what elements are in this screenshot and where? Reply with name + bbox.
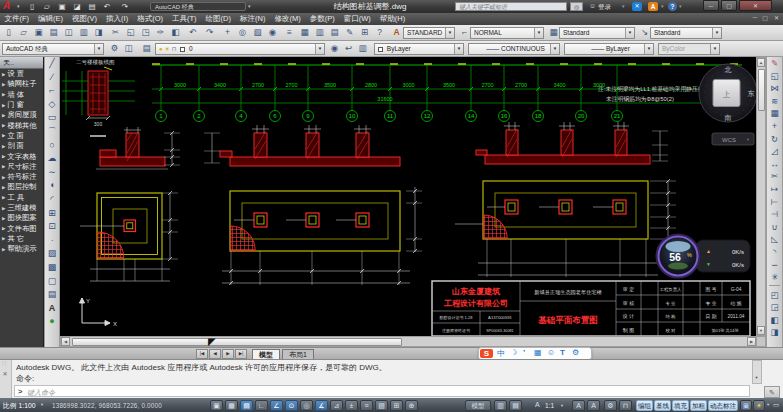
canvas-vertical-scrollbar[interactable]: ▲ ▼ (756, 57, 766, 336)
tool-palettes-icon[interactable]: ▥ (313, 26, 326, 39)
menu-format[interactable]: 格式(O) (133, 13, 168, 25)
palette-item-walls[interactable]: ▶墙 体 (0, 90, 43, 100)
multiline-text-icon[interactable]: A (45, 302, 59, 316)
move-icon[interactable]: + (767, 120, 782, 133)
signin-dropdown-icon[interactable]: ▾ (622, 3, 625, 9)
recent-commands-button[interactable]: ✎ (764, 386, 780, 398)
mdi-restore-button[interactable]: ▢ (762, 14, 768, 21)
expand-icon[interactable]: ▶ (2, 226, 5, 231)
toolbox-icon[interactable]: ⚙ (572, 348, 579, 357)
palette-item-section[interactable]: ▶剖 面 (0, 141, 43, 151)
toolbar-help-icon[interactable]: ? (373, 26, 386, 39)
bring-to-front-icon[interactable]: ◰ (767, 289, 782, 302)
line-icon[interactable]: ╱ (45, 57, 59, 71)
palette-item-3d-modeling[interactable]: ▶三维建模 (0, 203, 43, 213)
new-file-icon[interactable]: ▯ (2, 26, 15, 39)
tab-layout1[interactable]: 布局1 (282, 349, 314, 360)
expand-icon[interactable]: ▶ (2, 206, 5, 211)
qat-open-file-icon[interactable]: ▱ (41, 1, 53, 12)
command-grip[interactable]: ∷ ✕ (0, 360, 12, 399)
exchange-apps-icon[interactable]: ✕ (632, 2, 642, 11)
help-icon[interactable]: ? (668, 2, 677, 11)
sogou-logo-icon[interactable]: S (480, 349, 493, 358)
text-style-dropdown-icon[interactable]: ▼ (445, 28, 454, 38)
layer-lock-icon[interactable]: ⊓ (172, 46, 177, 52)
lineweight-combo[interactable]: —— ByLayer▼ (564, 43, 654, 55)
color-combo[interactable]: ByLayer ▼ (374, 43, 464, 55)
quick-view-drawings-icon[interactable]: ▤ (509, 400, 522, 411)
ellipse-icon[interactable]: ◖ (45, 179, 59, 193)
region-icon[interactable]: ▢ (45, 275, 59, 289)
zoom-window-icon[interactable]: ▧ (251, 26, 264, 39)
osnap-toggle[interactable]: ⊙ (285, 400, 298, 411)
menu-file[interactable]: 文件(F) (0, 13, 34, 25)
scroll-left-icon[interactable]: ◀ (61, 337, 70, 346)
bring-above-icon[interactable]: ◧ (767, 314, 782, 327)
polar-toggle[interactable]: ∠ (270, 400, 283, 411)
menu-window[interactable]: 窗口(W) (339, 13, 375, 25)
explode-icon[interactable]: ✳ (767, 271, 782, 284)
skin-icon[interactable]: T (560, 348, 565, 357)
point-icon[interactable]: ∙ (45, 234, 59, 248)
quick-properties-toggle[interactable]: ⊞ (390, 400, 403, 411)
gradient-icon[interactable]: ▩ (45, 261, 59, 275)
menu-help[interactable]: 帮助(H) (375, 13, 409, 25)
modify-copy-icon[interactable]: ◱ (767, 70, 782, 83)
workspace-settings-icon[interactable]: ⚙ (108, 42, 121, 55)
properties-icon[interactable]: ≡ (283, 26, 296, 39)
pan-icon[interactable]: + (221, 26, 234, 39)
menu-draw[interactable]: 绘图(D) (201, 13, 235, 25)
revision-cloud-icon[interactable]: ☁ (45, 152, 59, 166)
a360-dropdown-icon[interactable]: ▾ (661, 3, 664, 9)
text-style-combo[interactable]: STANDARD▼ (403, 27, 455, 39)
palette-item-symbol-annotation[interactable]: ▶符号标注 (0, 172, 43, 182)
markup-icon[interactable]: ✎ (343, 26, 356, 39)
expand-icon[interactable]: ▶ (2, 185, 5, 190)
clean-screen-icon[interactable]: ▭ (773, 401, 779, 409)
redo-icon[interactable]: ↷ (203, 26, 216, 39)
hscroll-thumb[interactable] (72, 338, 402, 346)
annotation-scale-dropdown-icon[interactable]: ▼ (560, 403, 564, 408)
table-icon[interactable]: ▤ (45, 288, 59, 302)
fullwidth-icon[interactable]: ☽ (510, 348, 517, 357)
menu-parametric[interactable]: 参数(P) (305, 13, 339, 25)
send-to-back-icon[interactable]: ◲ (767, 301, 782, 314)
rotate-icon[interactable]: ↻ (767, 133, 782, 146)
palette-title[interactable]: 天.. (0, 57, 43, 69)
dynamic-dim-toggle[interactable]: 动态标注 (708, 400, 738, 411)
autocad-logo-icon[interactable]: A (3, 0, 17, 12)
display-settings-icon[interactable]: ▣ (740, 400, 752, 411)
copy-icon[interactable]: ◱ (124, 26, 137, 39)
paste-icon[interactable]: ◳ (139, 26, 152, 39)
table-style-dropdown-icon[interactable]: ▼ (625, 28, 634, 38)
qat-customize-dropdown-icon[interactable]: ▾ (248, 3, 251, 9)
sheet-set-manager-icon[interactable]: ▤ (328, 26, 341, 39)
speed-ball-widget[interactable]: ▲ 0K/s ▼ 0K/s 56 % (657, 235, 750, 277)
palette-item-dimensions[interactable]: ▶尺寸标注 (0, 162, 43, 172)
expand-icon[interactable]: ▶ (2, 175, 5, 180)
palette-item-file-layout[interactable]: ▶文件布图 (0, 223, 43, 233)
quick-calc-icon[interactable]: ⊞ (358, 26, 371, 39)
qat-save-as-icon[interactable]: ◪ (71, 1, 83, 12)
table-style-combo[interactable]: Standard▼ (559, 27, 635, 39)
menu-tools[interactable]: 工具(T) (168, 13, 202, 25)
mleader-style-dropdown-icon[interactable]: ▼ (712, 28, 721, 38)
linetype-dropdown-icon[interactable]: ▼ (550, 44, 559, 54)
hatch-icon[interactable]: ▨ (45, 247, 59, 261)
circle-icon[interactable]: ○ (45, 139, 59, 153)
annotation-scale-button[interactable]: 1:1 (545, 402, 554, 409)
expand-icon[interactable]: ▶ (2, 123, 5, 128)
layer-combo[interactable]: ● ☀ ⊓ 0 ▼ (155, 43, 325, 55)
add-selected-icon[interactable]: ● (45, 315, 59, 329)
model-space-button[interactable]: 模型 (465, 400, 491, 411)
menu-dimension[interactable]: 标注(N) (236, 13, 270, 25)
a360-icon[interactable]: A (648, 2, 658, 11)
palette-item-doors-windows[interactable]: ▶门 窗 (0, 100, 43, 110)
tab-last-icon[interactable]: ▶| (235, 349, 247, 359)
workspace-switch-combo[interactable]: AutoCAD 经典▼ (2, 43, 104, 55)
scale-icon[interactable]: ◿ (767, 145, 782, 158)
help-dropdown-icon[interactable]: ▾ (679, 3, 682, 9)
chinese-mode-icon[interactable]: 中 (497, 348, 505, 359)
expand-icon[interactable]: ▶ (2, 216, 5, 221)
insert-block-icon[interactable]: ⊞ (45, 207, 59, 221)
